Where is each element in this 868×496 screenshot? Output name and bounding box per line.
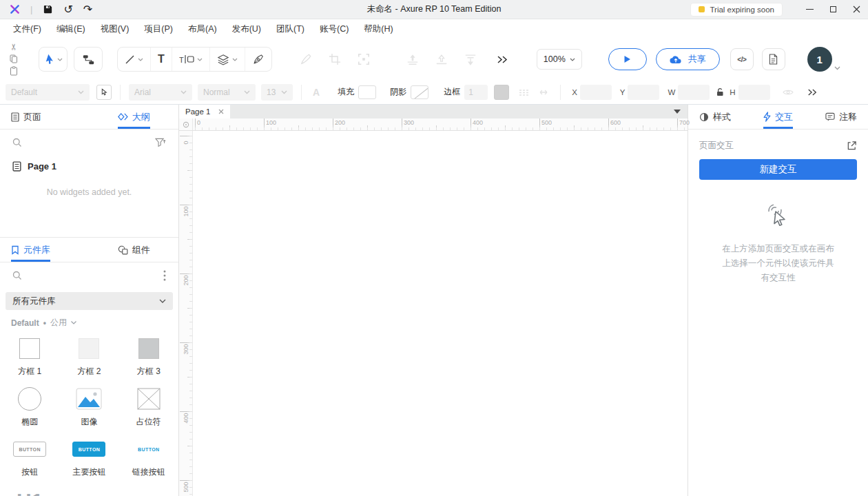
x-field[interactable] <box>580 85 612 100</box>
search-icon[interactable] <box>12 271 22 280</box>
w-field[interactable] <box>678 85 710 100</box>
widget-h3[interactable]: H3 <box>119 484 178 496</box>
close-button[interactable] <box>845 0 868 19</box>
tab-interaction[interactable]: 交互 <box>763 105 793 129</box>
widget-box1[interactable]: 方框 1 <box>0 333 59 383</box>
save-icon[interactable] <box>43 4 53 14</box>
widget-box2[interactable]: 方框 2 <box>59 333 118 383</box>
outline-item-page1[interactable]: Page 1 <box>0 156 178 176</box>
distribute-icon[interactable] <box>464 53 477 66</box>
tab-list-dropdown-icon[interactable] <box>674 110 681 114</box>
design-canvas[interactable] <box>193 131 688 496</box>
ruler-settings-icon[interactable] <box>179 118 193 130</box>
border-width-field[interactable]: 1 <box>464 85 488 100</box>
page-tab[interactable]: Page 1 <box>179 105 230 118</box>
line-style-button[interactable] <box>519 89 530 96</box>
text-tool-button[interactable]: T <box>151 48 172 71</box>
widget-box3[interactable]: 方框 3 <box>119 333 178 383</box>
widget-label: 链接按钮 <box>132 466 165 478</box>
style-preset-select[interactable]: Default <box>6 84 90 101</box>
copy-icon[interactable] <box>10 54 18 63</box>
marquee-select-icon[interactable] <box>358 53 370 65</box>
tab-components[interactable]: 组件 <box>118 238 150 262</box>
kebab-menu-icon[interactable] <box>163 270 166 281</box>
select-tool-button[interactable] <box>39 47 68 72</box>
open-external-icon[interactable] <box>847 141 857 151</box>
connector-tool-button[interactable] <box>74 47 103 72</box>
redo-icon[interactable]: ↷ <box>83 4 92 15</box>
close-tab-icon[interactable] <box>218 109 224 114</box>
menu-publish[interactable]: 发布(U) <box>225 23 269 35</box>
menu-view[interactable]: 视图(V) <box>93 23 137 35</box>
lightning-icon <box>763 112 771 122</box>
account-menu[interactable]: 1 <box>807 47 842 72</box>
library-select[interactable]: 所有元件库 <box>6 292 173 310</box>
widget-link-button[interactable]: BUTTON 链接按钮 <box>119 433 178 484</box>
zoom-level-select[interactable]: 100% <box>537 49 582 70</box>
border-color-swatch[interactable] <box>494 85 509 100</box>
x-label: X <box>572 88 577 96</box>
widget-placeholder[interactable]: 占位符 <box>119 383 178 433</box>
tab-style[interactable]: 样式 <box>699 105 731 129</box>
cut-icon[interactable]: ✂ <box>9 43 19 50</box>
font-style-select[interactable]: Normal <box>198 84 256 101</box>
shadow-swatch[interactable] <box>411 85 428 99</box>
font-color-button[interactable]: A <box>313 87 320 98</box>
y-field[interactable] <box>628 85 659 100</box>
h-field[interactable] <box>738 85 770 100</box>
menu-project[interactable]: 项目(P) <box>136 23 180 35</box>
widget-primary-button[interactable]: BUTTON 主要按钮 <box>59 433 118 484</box>
filter-icon[interactable] <box>155 138 166 147</box>
menu-file[interactable]: 文件(F) <box>6 23 49 35</box>
crop-icon[interactable] <box>329 53 341 65</box>
share-button[interactable]: 共享 <box>656 48 720 70</box>
line-tool-button[interactable] <box>118 48 151 71</box>
menu-edit[interactable]: 编辑(E) <box>49 23 93 35</box>
widget-button[interactable]: BUTTON 按钮 <box>0 433 59 484</box>
preview-button[interactable] <box>608 48 647 70</box>
send-to-back-icon[interactable] <box>435 53 448 66</box>
menu-team[interactable]: 团队(T) <box>269 23 312 35</box>
toolbar-more-button[interactable] <box>497 56 508 63</box>
menu-arrange[interactable]: 布局(A) <box>180 23 225 35</box>
documentation-button[interactable] <box>762 48 785 70</box>
widget-image[interactable]: 图像 <box>59 383 118 433</box>
menu-help[interactable]: 帮助(H) <box>356 23 400 35</box>
maximize-button[interactable] <box>821 0 845 19</box>
lock-ratio-button[interactable] <box>716 87 724 96</box>
tab-libraries[interactable]: 元件库 <box>11 238 50 262</box>
font-size-select[interactable]: 13 <box>261 84 293 101</box>
cloud-upload-icon <box>670 55 682 64</box>
chevron-down-icon <box>57 58 63 61</box>
widget-ellipse[interactable]: 椭圆 <box>0 383 59 433</box>
font-family-select[interactable]: Arial <box>129 84 192 101</box>
tab-notes[interactable]: 注释 <box>825 105 857 129</box>
play-icon <box>623 55 631 63</box>
fill-swatch[interactable] <box>358 85 376 99</box>
tab-pages[interactable]: 页面 <box>11 105 41 129</box>
stylebar-more-button[interactable] <box>807 89 817 96</box>
layers-tool-button[interactable] <box>210 48 245 71</box>
search-icon[interactable] <box>12 138 22 147</box>
bring-to-front-icon[interactable] <box>406 53 420 66</box>
format-cursor-button[interactable] <box>96 85 112 100</box>
paste-icon[interactable] <box>10 66 18 76</box>
pen-tool-button[interactable] <box>245 48 271 71</box>
format-painter-icon[interactable] <box>300 53 312 65</box>
text-field-tool-button[interactable]: T <box>172 48 210 71</box>
undo-icon[interactable]: ↺ <box>63 4 72 15</box>
inspect-code-button[interactable]: </> <box>730 48 754 70</box>
widget-h2[interactable]: H2 <box>59 484 118 496</box>
arrow-style-button[interactable] <box>538 89 549 96</box>
menu-account[interactable]: 账号(C) <box>312 23 356 35</box>
canvas-body: 0 100 200 300 400 500 <box>179 131 688 496</box>
tab-outline[interactable]: 大纲 <box>118 105 150 129</box>
new-interaction-button[interactable]: 新建交互 <box>699 159 857 180</box>
minimize-button[interactable] <box>798 0 821 19</box>
library-group-header[interactable]: Default • 公用 <box>0 310 178 330</box>
widget-h1[interactable]: H1 <box>0 484 59 496</box>
chevron-down-icon <box>180 90 187 94</box>
components-icon <box>118 245 128 255</box>
visibility-button[interactable] <box>783 89 794 96</box>
trial-badge[interactable]: Trial expiring soon <box>690 3 783 17</box>
